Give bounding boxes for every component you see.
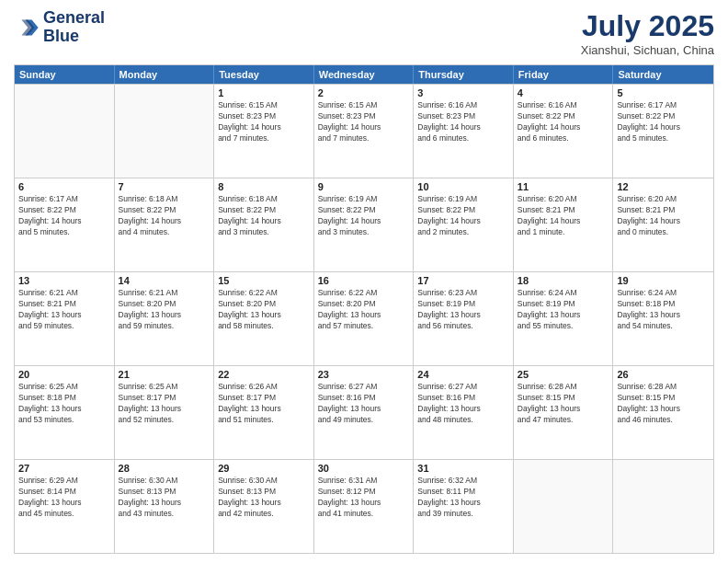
calendar-cell: 8Sunrise: 6:18 AMSunset: 8:22 PMDaylight… [214, 178, 314, 271]
calendar-cell: 17Sunrise: 6:23 AMSunset: 8:19 PMDayligh… [414, 272, 514, 365]
day-header-sunday: Sunday [15, 65, 115, 84]
cell-line: and 1 minute. [518, 227, 609, 238]
day-number: 18 [518, 275, 609, 286]
cell-line: Sunset: 8:22 PM [18, 205, 110, 216]
cell-line: and 7 minutes. [218, 133, 310, 144]
calendar-header: SundayMondayTuesdayWednesdayThursdayFrid… [15, 65, 713, 84]
day-header-wednesday: Wednesday [314, 65, 415, 84]
cell-line: and 6 minutes. [518, 133, 609, 144]
cell-line: Sunrise: 6:24 AM [617, 288, 710, 299]
calendar-row: 1Sunrise: 6:15 AMSunset: 8:23 PMDaylight… [15, 84, 713, 178]
cell-line: Sunset: 8:22 PM [218, 205, 310, 216]
day-number: 13 [18, 275, 110, 286]
cell-line: Daylight: 13 hours [119, 310, 210, 321]
cell-line: Daylight: 14 hours [18, 216, 110, 227]
cell-line: and 59 minutes. [18, 321, 110, 332]
cell-line: and 4 minutes. [119, 227, 210, 238]
calendar-cell [613, 460, 713, 553]
cell-line: Sunrise: 6:15 AM [318, 100, 410, 111]
cell-line: Sunrise: 6:15 AM [218, 100, 310, 111]
cell-line: Sunrise: 6:16 AM [518, 100, 609, 111]
location: Xianshui, Sichuan, China [581, 43, 714, 57]
day-number: 31 [417, 463, 509, 474]
cell-line: and 47 minutes. [518, 415, 609, 426]
day-number: 24 [417, 369, 509, 380]
header: General Blue July 2025 Xianshui, Sichuan… [14, 9, 714, 57]
calendar-cell: 7Sunrise: 6:18 AMSunset: 8:22 PMDaylight… [115, 178, 215, 271]
cell-line: Sunset: 8:17 PM [119, 393, 210, 404]
calendar-cell: 26Sunrise: 6:28 AMSunset: 8:15 PMDayligh… [613, 366, 713, 459]
cell-line: Sunset: 8:21 PM [617, 205, 710, 216]
cell-line: Sunrise: 6:26 AM [218, 382, 310, 393]
cell-line: and 51 minutes. [218, 415, 310, 426]
cell-line: Sunset: 8:23 PM [417, 111, 509, 122]
cell-line: and 6 minutes. [417, 133, 509, 144]
cell-line: and 39 minutes. [417, 509, 509, 520]
calendar-cell: 20Sunrise: 6:25 AMSunset: 8:18 PMDayligh… [15, 366, 115, 459]
day-header-thursday: Thursday [414, 65, 514, 84]
logo-icon [14, 15, 40, 40]
cell-line: Daylight: 14 hours [417, 122, 509, 133]
cell-line: Daylight: 13 hours [617, 310, 710, 321]
cell-line: Daylight: 13 hours [18, 310, 110, 321]
cell-line: Daylight: 13 hours [318, 310, 410, 321]
day-number: 16 [318, 275, 410, 286]
cell-line: Sunset: 8:13 PM [218, 487, 310, 498]
cell-line: Sunrise: 6:16 AM [417, 100, 509, 111]
cell-line: Sunset: 8:22 PM [518, 111, 609, 122]
day-number: 19 [617, 275, 710, 286]
day-number: 15 [218, 275, 310, 286]
cell-line: and 2 minutes. [417, 227, 509, 238]
cell-line: Daylight: 13 hours [18, 498, 110, 509]
calendar-cell [15, 85, 115, 178]
cell-line: Sunset: 8:21 PM [18, 299, 110, 310]
calendar-row: 13Sunrise: 6:21 AMSunset: 8:21 PMDayligh… [15, 271, 713, 365]
cell-line: Sunrise: 6:22 AM [218, 288, 310, 299]
calendar-cell: 31Sunrise: 6:32 AMSunset: 8:11 PMDayligh… [414, 460, 514, 553]
calendar: SundayMondayTuesdayWednesdayThursdayFrid… [14, 64, 714, 554]
cell-line: Sunset: 8:17 PM [218, 393, 310, 404]
calendar-cell: 23Sunrise: 6:27 AMSunset: 8:16 PMDayligh… [314, 366, 415, 459]
calendar-body: 1Sunrise: 6:15 AMSunset: 8:23 PMDaylight… [15, 84, 713, 553]
cell-line: Sunrise: 6:32 AM [417, 476, 509, 487]
cell-line: Daylight: 14 hours [119, 216, 210, 227]
cell-line: Sunset: 8:22 PM [417, 205, 509, 216]
cell-line: Daylight: 14 hours [518, 122, 609, 133]
cell-line: Sunrise: 6:30 AM [218, 476, 310, 487]
calendar-cell: 16Sunrise: 6:22 AMSunset: 8:20 PMDayligh… [314, 272, 415, 365]
day-number: 4 [518, 87, 609, 98]
day-number: 20 [18, 369, 110, 380]
day-header-monday: Monday [115, 65, 215, 84]
cell-line: Daylight: 13 hours [318, 498, 410, 509]
cell-line: Sunset: 8:20 PM [318, 299, 410, 310]
day-number: 21 [119, 369, 210, 380]
cell-line: Sunrise: 6:18 AM [119, 194, 210, 205]
cell-line: and 54 minutes. [617, 321, 710, 332]
cell-line: and 3 minutes. [218, 227, 310, 238]
day-number: 29 [218, 463, 310, 474]
cell-line: Sunrise: 6:29 AM [18, 476, 110, 487]
cell-line: Sunset: 8:23 PM [318, 111, 410, 122]
calendar-cell: 22Sunrise: 6:26 AMSunset: 8:17 PMDayligh… [214, 366, 314, 459]
day-number: 22 [218, 369, 310, 380]
calendar-cell: 27Sunrise: 6:29 AMSunset: 8:14 PMDayligh… [15, 460, 115, 553]
day-number: 7 [119, 181, 210, 192]
cell-line: Daylight: 14 hours [518, 216, 609, 227]
cell-line: Sunrise: 6:28 AM [617, 382, 710, 393]
calendar-cell: 18Sunrise: 6:24 AMSunset: 8:19 PMDayligh… [514, 272, 614, 365]
day-number: 28 [119, 463, 210, 474]
cell-line: Sunset: 8:13 PM [119, 487, 210, 498]
day-number: 1 [218, 87, 310, 98]
cell-line: Sunrise: 6:17 AM [617, 100, 710, 111]
cell-line: and 49 minutes. [318, 415, 410, 426]
cell-line: Daylight: 13 hours [518, 404, 609, 415]
cell-line: Daylight: 13 hours [119, 498, 210, 509]
calendar-cell: 2Sunrise: 6:15 AMSunset: 8:23 PMDaylight… [314, 85, 415, 178]
cell-line: and 57 minutes. [318, 321, 410, 332]
cell-line: Daylight: 14 hours [218, 122, 310, 133]
day-number: 30 [318, 463, 410, 474]
cell-line: Sunrise: 6:22 AM [318, 288, 410, 299]
cell-line: Daylight: 14 hours [318, 216, 410, 227]
title-section: July 2025 Xianshui, Sichuan, China [581, 9, 714, 57]
day-number: 6 [18, 181, 110, 192]
